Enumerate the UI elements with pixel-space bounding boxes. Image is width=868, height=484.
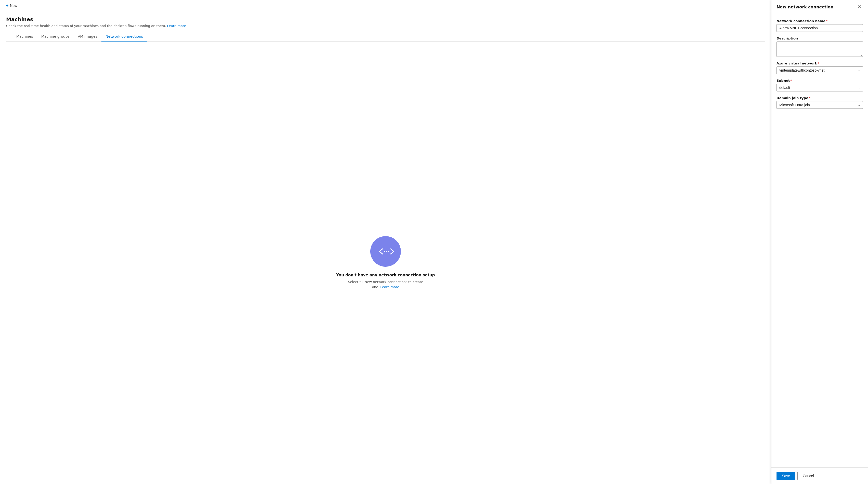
domain-join-select-wrapper: Microsoft Entra join Active Directory jo… (776, 101, 863, 109)
new-button-label: New (10, 4, 17, 8)
network-icon (377, 248, 394, 255)
subnet-select-wrapper: default ⌄ (776, 84, 863, 92)
azure-vnet-label: Azure virtual network* (776, 61, 863, 65)
svg-point-1 (386, 251, 388, 252)
top-bar: + New ⌄ (0, 0, 771, 11)
connection-name-input[interactable] (776, 24, 863, 32)
connection-name-group: Network connection name* (776, 19, 863, 32)
empty-learn-more-link[interactable]: Learn more (380, 285, 399, 289)
azure-vnet-select-wrapper: vmtemplatewithcontoso-vnet ⌄ (776, 66, 863, 74)
cancel-button[interactable]: Cancel (798, 472, 819, 480)
panel-title: New network connection (776, 5, 833, 9)
subnet-select[interactable]: default (776, 84, 863, 92)
domain-join-group: Domain join type* Microsoft Entra join A… (776, 96, 863, 109)
azure-vnet-select[interactable]: vmtemplatewithcontoso-vnet (776, 66, 863, 74)
subnet-label: Subnet* (776, 79, 863, 83)
page-header: Machines Check the real-time health and … (0, 11, 771, 41)
new-button[interactable]: + New ⌄ (4, 2, 23, 9)
save-button[interactable]: Save (776, 472, 795, 480)
panel-header: New network connection ✕ (771, 0, 868, 14)
svg-point-2 (388, 251, 390, 252)
empty-title: You don't have any network connection se… (336, 273, 435, 278)
domain-join-select[interactable]: Microsoft Entra join Active Directory jo… (776, 101, 863, 109)
description-group: Description (776, 36, 863, 57)
tab-machines[interactable]: Machines (12, 32, 37, 41)
panel-footer: Save Cancel (771, 467, 868, 484)
tab-network-connections[interactable]: Network connections (101, 32, 147, 41)
plus-icon: + (6, 3, 8, 8)
tab-machine-groups[interactable]: Machine groups (37, 32, 74, 41)
page-title: Machines (6, 16, 765, 23)
tabs: Machines Machine groups VM images Networ… (6, 32, 765, 41)
subnet-group: Subnet* default ⌄ (776, 79, 863, 92)
domain-join-label: Domain join type* (776, 96, 863, 100)
chevron-down-icon: ⌄ (19, 4, 21, 7)
azure-vnet-group: Azure virtual network* vmtemplatewithcon… (776, 61, 863, 74)
close-button[interactable]: ✕ (856, 4, 863, 10)
description-label: Description (776, 36, 863, 40)
svg-point-0 (384, 251, 385, 252)
connection-name-label: Network connection name* (776, 19, 863, 23)
subtitle-text: Check the real-time health and status of… (6, 24, 166, 28)
empty-state: You don't have any network connection se… (0, 41, 771, 484)
side-panel: New network connection ✕ Network connect… (771, 0, 868, 484)
main-content: + New ⌄ Machines Check the real-time hea… (0, 0, 771, 484)
network-illustration (370, 236, 401, 267)
empty-description: Select "+ New network connection" to cre… (345, 280, 426, 289)
panel-form: Network connection name* Description Azu… (771, 14, 868, 467)
learn-more-link[interactable]: Learn more (167, 24, 186, 28)
tab-vm-images[interactable]: VM images (74, 32, 101, 41)
description-input[interactable] (776, 41, 863, 57)
page-subtitle: Check the real-time health and status of… (6, 24, 765, 28)
